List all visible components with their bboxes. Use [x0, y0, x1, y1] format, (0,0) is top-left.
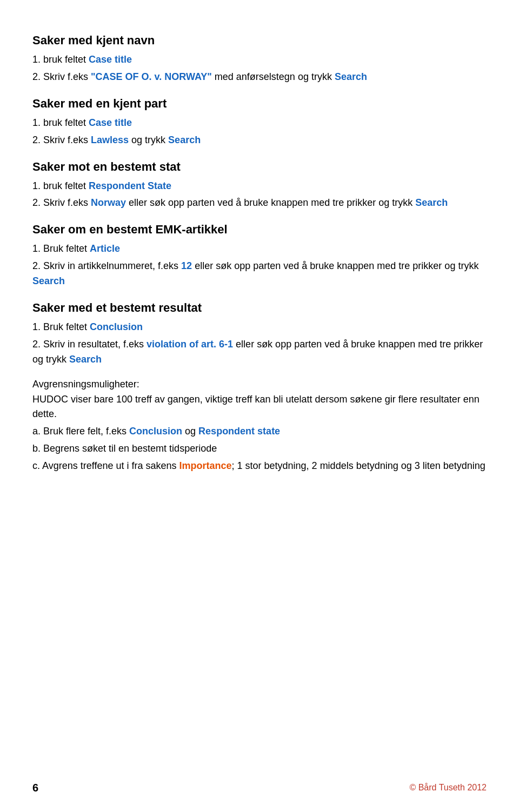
item-8: 2. Skriv in artikkelnummeret, f.eks 12 e…: [32, 259, 487, 289]
item-2: 2. Skriv f.eks "CASE OF O. v. NORWAY" me…: [32, 70, 487, 85]
section-title-emk-article: Saker om en bestemt EMK-artikkel: [32, 220, 487, 238]
violation-label: violation of art. 6-1: [147, 339, 233, 350]
section-known-name: Saker med kjent navn 1. bruk feltet Case…: [32, 31, 487, 85]
section-known-party: Saker med en kjent part 1. bruk feltet C…: [32, 95, 487, 148]
section-title-known-party: Saker med en kjent part: [32, 95, 487, 112]
main-content: Saker med kjent navn 1. bruk feltet Case…: [32, 31, 487, 474]
section-certain-result: Saker med et bestemt resultat 1. Bruk fe…: [32, 299, 487, 367]
section-title-certain-result: Saker med et bestemt resultat: [32, 299, 487, 317]
search-label-2: Search: [168, 135, 201, 145]
lawless-label: Lawless: [91, 135, 129, 145]
article-12-label: 12: [181, 260, 192, 271]
item-5: 1. bruk feltet Respondent State: [32, 179, 487, 194]
respondent-state-label: Respondent State: [89, 180, 171, 191]
search-label-4: Search: [32, 276, 65, 286]
item-1: 1. bruk feltet Case title: [32, 52, 487, 68]
section-against-state: Saker mot en bestemt stat 1. bruk feltet…: [32, 158, 487, 211]
avgrensning-a: a. Bruk flere felt, f.eks Conclusion og …: [32, 424, 487, 439]
footer: 6 © Bård Tuseth 2012: [0, 780, 519, 796]
search-label-5: Search: [69, 354, 102, 365]
case-title-label-1: Case title: [89, 54, 132, 65]
avgrensning-c: c. Avgrens treffene ut i fra sakens Impo…: [32, 459, 487, 474]
item-6: 2. Skriv f.eks Norway eller søk opp part…: [32, 196, 487, 211]
section-title-against-state: Saker mot en bestemt stat: [32, 158, 487, 176]
item-7: 1. Bruk feltet Article: [32, 241, 487, 257]
item-3: 1. bruk feltet Case title: [32, 116, 487, 131]
avgrensning-title: Avgrensningsmuligheter: HUDOC viser bare…: [32, 377, 487, 422]
avgrensning-b: b. Begrens søket til en bestemt tidsperi…: [32, 441, 487, 457]
search-label-3: Search: [415, 197, 448, 208]
case-of-o-label: "CASE OF O. v. NORWAY": [91, 71, 212, 82]
page-number: 6: [32, 780, 38, 796]
respondent-state-label-2: Respondent state: [198, 426, 280, 437]
item-4: 2. Skriv f.eks Lawless og trykk Search: [32, 133, 487, 148]
item-10: 2. Skriv in resultatet, f.eks violation …: [32, 337, 487, 367]
case-title-label-2: Case title: [89, 117, 132, 128]
norway-label: Norway: [91, 197, 126, 208]
importance-label: Importance: [179, 460, 232, 471]
conclusion-label-2: Conclusion: [129, 426, 182, 437]
item-9: 1. Bruk feltet Conclusion: [32, 320, 487, 335]
search-label-1: Search: [335, 71, 367, 82]
article-label: Article: [90, 243, 120, 254]
conclusion-label-1: Conclusion: [90, 321, 143, 332]
section-title-known-name: Saker med kjent navn: [32, 31, 487, 49]
section-avgrensning: Avgrensningsmuligheter: HUDOC viser bare…: [32, 377, 487, 474]
copyright: © Bård Tuseth 2012: [409, 781, 487, 794]
section-emk-article: Saker om en bestemt EMK-artikkel 1. Bruk…: [32, 220, 487, 289]
